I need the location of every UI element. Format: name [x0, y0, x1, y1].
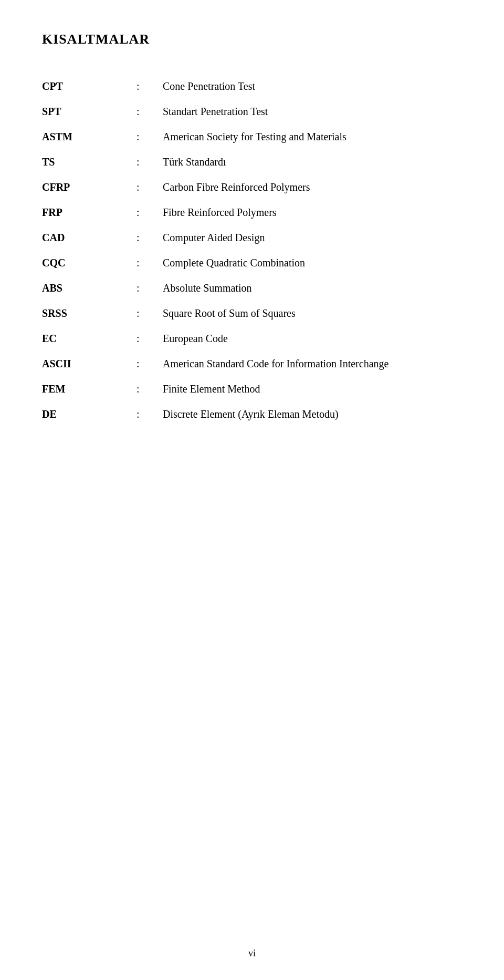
abbreviation-term: EC: [42, 326, 136, 351]
abbreviation-definition: Carbon Fibre Reinforced Polymers: [163, 174, 462, 200]
abbreviation-colon: :: [136, 74, 163, 99]
abbreviation-term: CAD: [42, 225, 136, 250]
abbreviation-definition: Fibre Reinforced Polymers: [163, 200, 462, 225]
abbreviation-definition: American Standard Code for Information I…: [163, 351, 462, 376]
abbreviation-term: ABS: [42, 275, 136, 301]
abbreviation-term: CPT: [42, 74, 136, 99]
page-title: KISALTMALAR: [42, 32, 462, 47]
abbreviation-term: CFRP: [42, 174, 136, 200]
abbreviation-definition: Finite Element Method: [163, 376, 462, 401]
abbreviation-definition: American Society for Testing and Materia…: [163, 124, 462, 149]
abbreviation-row: ABS:Absolute Summation: [42, 275, 462, 301]
abbreviation-definition: Square Root of Sum of Squares: [163, 301, 462, 326]
abbreviation-colon: :: [136, 301, 163, 326]
abbreviation-term: DE: [42, 401, 136, 427]
abbreviation-term: SPT: [42, 99, 136, 124]
abbreviation-term: CQC: [42, 250, 136, 275]
abbreviation-colon: :: [136, 99, 163, 124]
abbreviation-row: CQC:Complete Quadratic Combination: [42, 250, 462, 275]
abbreviation-row: ASTM:American Society for Testing and Ma…: [42, 124, 462, 149]
abbreviation-row: SPT:Standart Penetration Test: [42, 99, 462, 124]
abbreviation-colon: :: [136, 225, 163, 250]
abbreviation-row: DE:Discrete Element (Ayrık Eleman Metodu…: [42, 401, 462, 427]
abbreviation-row: SRSS:Square Root of Sum of Squares: [42, 301, 462, 326]
abbreviation-row: CPT:Cone Penetration Test: [42, 74, 462, 99]
abbreviation-term: TS: [42, 149, 136, 174]
abbreviation-colon: :: [136, 174, 163, 200]
abbreviation-row: CFRP:Carbon Fibre Reinforced Polymers: [42, 174, 462, 200]
abbreviation-colon: :: [136, 124, 163, 149]
abbreviation-term: ASTM: [42, 124, 136, 149]
abbreviation-term: ASCII: [42, 351, 136, 376]
abbreviation-definition: Cone Penetration Test: [163, 74, 462, 99]
abbreviation-term: FRP: [42, 200, 136, 225]
abbreviation-definition: European Code: [163, 326, 462, 351]
abbreviation-colon: :: [136, 376, 163, 401]
abbreviation-definition: Discrete Element (Ayrık Eleman Metodu): [163, 401, 462, 427]
abbreviation-colon: :: [136, 351, 163, 376]
abbreviation-definition: Complete Quadratic Combination: [163, 250, 462, 275]
abbreviation-definition: Computer Aided Design: [163, 225, 462, 250]
abbreviation-row: ASCII:American Standard Code for Informa…: [42, 351, 462, 376]
abbreviation-colon: :: [136, 250, 163, 275]
abbreviation-row: FEM:Finite Element Method: [42, 376, 462, 401]
abbreviation-definition: Standart Penetration Test: [163, 99, 462, 124]
abbreviation-colon: :: [136, 326, 163, 351]
abbreviation-definition: Türk Standardı: [163, 149, 462, 174]
abbreviation-definition: Absolute Summation: [163, 275, 462, 301]
abbreviation-colon: :: [136, 200, 163, 225]
abbreviation-row: TS:Türk Standardı: [42, 149, 462, 174]
abbreviation-colon: :: [136, 401, 163, 427]
abbreviation-row: CAD:Computer Aided Design: [42, 225, 462, 250]
abbreviation-term: SRSS: [42, 301, 136, 326]
abbreviation-term: FEM: [42, 376, 136, 401]
abbreviation-colon: :: [136, 275, 163, 301]
abbreviation-row: FRP:Fibre Reinforced Polymers: [42, 200, 462, 225]
abbreviation-row: EC:European Code: [42, 326, 462, 351]
abbreviation-colon: :: [136, 149, 163, 174]
abbreviations-table: CPT:Cone Penetration TestSPT:Standart Pe…: [42, 74, 462, 427]
page-footer: vi: [0, 948, 504, 959]
